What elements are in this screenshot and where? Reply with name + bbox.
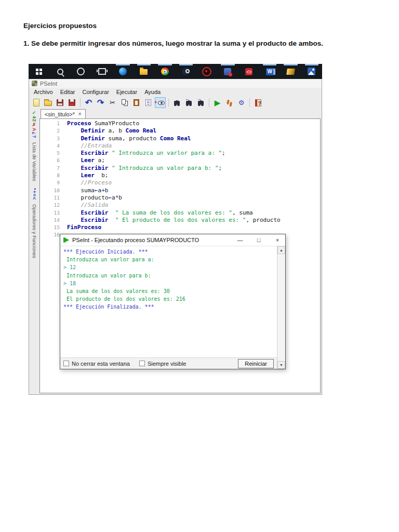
- undo-button[interactable]: ↶: [83, 97, 94, 108]
- close-button[interactable]: ×: [270, 234, 285, 246]
- panel-label: Operadores y Funciones: [32, 204, 37, 258]
- code-line: 2 Definir a, b Como Real: [40, 127, 320, 135]
- checkbox-icon[interactable]: [63, 361, 69, 366]
- minimize-button[interactable]: —: [232, 234, 248, 246]
- panel-icon: ✓42: [32, 110, 37, 122]
- running-indicator: [263, 64, 276, 65]
- photos-icon[interactable]: [301, 64, 322, 79]
- code-text: Leer a;: [67, 157, 320, 164]
- code-token: , suma: [232, 209, 253, 216]
- menu-configurar[interactable]: Configurar: [78, 89, 112, 95]
- mail-icon[interactable]: [217, 64, 238, 79]
- find-prev-button[interactable]: [183, 97, 194, 108]
- code-text: producto←a*b: [67, 194, 320, 202]
- code-token: " Introduzca un varlor para a: ": [108, 150, 222, 156]
- code-line: 15FinProceso: [40, 224, 320, 231]
- dialog-titlebar[interactable]: PSeInt - Ejecutando proceso SUMAYPRODUCT…: [60, 234, 285, 246]
- line-number: 4: [40, 142, 67, 150]
- start-icon[interactable]: [29, 64, 49, 79]
- toolbar-separator: [209, 98, 209, 107]
- code-token: ←: [95, 187, 98, 194]
- code-line: 9 //Proceso: [40, 179, 320, 187]
- tab-close-icon[interactable]: ×: [78, 112, 82, 117]
- new-file-button[interactable]: [31, 97, 42, 108]
- scroll-down-icon[interactable]: ▼: [277, 361, 285, 369]
- runner-dialog: PSeInt - Ejecutando proceso SUMAYPRODUCT…: [60, 234, 286, 369]
- restart-button[interactable]: Reiniciar: [238, 359, 274, 368]
- code-text: suma←a+b: [67, 187, 320, 194]
- maximize-button[interactable]: □: [251, 234, 267, 246]
- code-token: b: [118, 194, 122, 201]
- format-button[interactable]: [143, 97, 154, 108]
- search-icon[interactable]: [49, 64, 70, 79]
- scrollbar-track[interactable]: [277, 254, 285, 361]
- menu-ayuda[interactable]: Ayuda: [141, 89, 164, 95]
- panel-tab-variables[interactable]: ✓42✗A¿?Lista de Variables: [32, 110, 37, 181]
- redo-button[interactable]: ↷: [95, 97, 106, 108]
- cortana-icon[interactable]: [71, 64, 91, 79]
- code-line: 14 Escribir " El producto de los dos val…: [40, 217, 320, 224]
- edge-icon[interactable]: [112, 64, 133, 79]
- option-2: Siempre visible: [139, 361, 187, 367]
- pseint-titlebar: PSeInt: [29, 79, 322, 88]
- copy-button[interactable]: [119, 97, 130, 108]
- window-title: PSeInt: [40, 81, 57, 87]
- running-indicator: [137, 64, 151, 65]
- running-indicator: [179, 64, 193, 65]
- panel-icon: ¿?: [32, 132, 37, 139]
- console-output[interactable]: *** Ejecución Iniciada. *** Introduzca u…: [60, 246, 277, 357]
- console-line: > 12: [63, 263, 274, 271]
- code-token: [67, 172, 81, 179]
- steam-icon[interactable]: [176, 64, 196, 79]
- menu-archivo[interactable]: Archivo: [30, 89, 57, 95]
- code-token: //Proceso: [67, 179, 112, 186]
- option-1: No cerrar esta ventana: [63, 361, 130, 367]
- line-number: 14: [40, 217, 67, 224]
- code-line: 7 Escribir " Introduzca un valor para b:…: [40, 165, 320, 172]
- help-button[interactable]: [252, 97, 263, 108]
- find-button[interactable]: [171, 97, 182, 108]
- game-icon[interactable]: [280, 64, 301, 79]
- editor-tab[interactable]: <sin_titulo>* ×: [41, 109, 86, 118]
- menu-ejecutar[interactable]: Ejecutar: [113, 89, 141, 95]
- running-indicator: [116, 64, 129, 65]
- file-explorer-icon[interactable]: [134, 64, 154, 79]
- console-line: *** Ejecución Finalizada. ***: [63, 303, 274, 311]
- chrome-icon[interactable]: [154, 64, 175, 79]
- console-line: Introduzca un valor para b:: [63, 272, 274, 280]
- editor-tab-bar: <sin_titulo>* ×: [39, 109, 322, 118]
- code-text: Escribir " Introduzca un valor para b: "…: [67, 165, 320, 172]
- code-line: 1Proceso SumaYProducto: [40, 120, 320, 127]
- flowchart-button[interactable]: ⚙: [236, 97, 247, 108]
- scroll-up-icon[interactable]: ▲: [277, 246, 285, 254]
- settings-red-icon[interactable]: [196, 64, 217, 79]
- code-token: Como Real: [126, 127, 157, 134]
- code-token: Definir: [81, 135, 105, 142]
- panel-tab-operators[interactable]: *+=<Operadores y Funciones: [32, 188, 37, 258]
- run-button[interactable]: ▶: [212, 97, 223, 108]
- word-icon[interactable]: [259, 64, 280, 79]
- cut-button[interactable]: ✂: [107, 97, 118, 108]
- save-as-button[interactable]: [66, 97, 77, 108]
- dialog-content: *** Ejecución Iniciada. *** Introduzca u…: [60, 246, 277, 369]
- line-number: 8: [40, 172, 67, 179]
- console-scrollbar[interactable]: ▲ ▼: [277, 246, 285, 369]
- open-file-button[interactable]: [43, 97, 54, 108]
- code-token: " El producto de los dos valores es: ": [115, 217, 246, 223]
- console-line: *** Ejecución Iniciada. ***: [63, 248, 274, 256]
- toolbar: ↶↷✂▶⚙: [29, 96, 322, 109]
- find-next-button[interactable]: [195, 97, 206, 108]
- menu-editar[interactable]: Editar: [57, 89, 79, 95]
- adobe-icon[interactable]: [238, 64, 259, 79]
- line-number: 15: [40, 224, 67, 231]
- syntax-eye-button[interactable]: [155, 97, 166, 108]
- paste-button[interactable]: [131, 97, 142, 108]
- code-line: 12 //Salida: [40, 202, 320, 209]
- save-button[interactable]: [55, 97, 65, 108]
- console-line: El producto de los dos valores es: 216: [63, 295, 274, 303]
- running-indicator: [305, 64, 318, 65]
- code-token: a;: [95, 157, 105, 164]
- checkbox-icon[interactable]: [139, 361, 145, 366]
- step-run-button[interactable]: [224, 97, 235, 108]
- task-view-icon[interactable]: [91, 64, 112, 79]
